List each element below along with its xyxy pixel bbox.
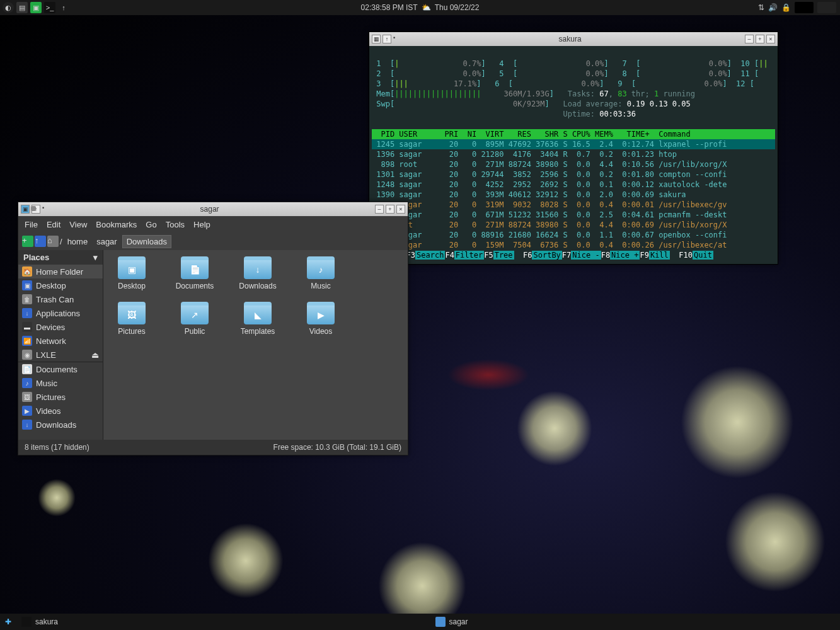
files-launcher-icon[interactable]: ▤ xyxy=(16,2,28,13)
show-desktop-button[interactable]: ✚ xyxy=(0,616,16,628)
status-freespace: Free space: 10.3 GiB (Total: 19.1 GiB) xyxy=(273,443,401,452)
breadcrumb-downloads[interactable]: Downloads xyxy=(122,235,171,248)
file-manager-window: ▣ ↑ • sagar – + × File Edit View Bookmar… xyxy=(18,202,408,455)
folder-templates[interactable]: ◣Templates xyxy=(236,302,280,336)
htop-row[interactable]: 1248 sagar 20 0 4252 2952 2692 S 0.0 0.1… xyxy=(372,180,775,190)
sidebar-item-pictures[interactable]: 🖼Pictures xyxy=(18,390,103,404)
htop-row[interactable]: 898 root 20 0 271M 88724 38980 S 0.0 4.4… xyxy=(372,159,775,169)
folder-downloads[interactable]: ↓Downloads xyxy=(236,256,280,290)
folder-desktop[interactable]: ▣Desktop xyxy=(110,256,154,290)
sidebar-item-videos[interactable]: ▶Videos xyxy=(18,404,103,418)
folder-pictures[interactable]: 🖼Pictures xyxy=(110,302,154,336)
folder-music[interactable]: ♪Music xyxy=(299,256,343,290)
fm-sysmenu-icon[interactable]: ▣ xyxy=(21,205,30,214)
sidebar-item-apps[interactable]: ↓Applications xyxy=(18,306,103,320)
sidebar-item-documents[interactable]: 📄Documents xyxy=(18,362,103,376)
htop-row[interactable]: sagar 20 0 319M 9032 8028 S 0.0 0.4 0:00… xyxy=(372,200,775,210)
folder-icon: ↗ xyxy=(181,302,209,324)
sidebar-item-home[interactable]: 🏠Home Folder xyxy=(18,265,103,278)
folder-icon: ♪ xyxy=(307,256,335,279)
folder-documents[interactable]: 📄Documents xyxy=(173,256,217,290)
htop-row[interactable]: sagar 20 0 671M 51232 31560 S 0.0 2.5 0:… xyxy=(372,210,775,220)
up-dir-icon[interactable]: ↑ xyxy=(35,236,46,247)
lock-icon[interactable]: 🔒 xyxy=(781,3,791,12)
sakura-title: sakura xyxy=(395,35,745,43)
breadcrumb-sagar[interactable]: sagar xyxy=(93,236,121,248)
htop-row[interactable]: 1396 sagar 20 0 21280 4176 3404 R 0.7 0.… xyxy=(372,149,775,159)
menu-go[interactable]: Go xyxy=(146,220,156,229)
minimize-button[interactable]: – xyxy=(375,205,384,214)
tray-box-2[interactable] xyxy=(817,2,836,13)
volume-icon[interactable]: 🔊 xyxy=(768,3,778,12)
editor-launcher-icon[interactable]: ▣ xyxy=(30,2,42,13)
fm-menubar: File Edit View Bookmarks Go Tools Help xyxy=(18,216,408,232)
sidebar-header[interactable]: Places▾ xyxy=(18,250,103,265)
htop-fkeys: 2Setup F3SearchF4FilterF5Tree F6SortByF7… xyxy=(372,250,775,260)
sidebar-item-network[interactable]: 📶Network xyxy=(18,334,103,348)
folder-icon xyxy=(435,617,446,627)
folder-icon: ↓ xyxy=(244,256,272,279)
fm-folder-view[interactable]: ▣Desktop 📄Documents ↓Downloads ♪Music 🖼P… xyxy=(103,250,408,440)
close-button[interactable]: × xyxy=(766,35,775,43)
top-panel: ◐ ▤ ▣ >_ ↑ 02:38:58 PM IST ⛅ Thu 09/22/2… xyxy=(0,0,840,15)
sakura-sysmenu-icon[interactable]: ▦ xyxy=(372,35,381,43)
folder-videos[interactable]: ▶Videos xyxy=(299,302,343,336)
htop-row[interactable]: 1390 sagar 20 0 393M 40612 32912 S 0.0 2… xyxy=(372,190,775,200)
panel-clock[interactable]: 02:38:58 PM IST ⛅ Thu 09/22/22 xyxy=(361,3,480,12)
menu-file[interactable]: File xyxy=(25,220,38,229)
new-tab-icon[interactable]: + xyxy=(22,236,33,247)
bottom-panel: ✚ sakura sagar xyxy=(0,614,840,630)
menu-help[interactable]: Help xyxy=(193,220,210,229)
terminal-output[interactable]: 1 [| 0.7%] 4 [ 0.0%] 7 [ 0.0%] 10 [|| 1.… xyxy=(369,46,778,264)
clock-text: 02:38:58 PM IST xyxy=(361,3,418,12)
htop-row[interactable]: sagar 20 0 159M 7504 6736 S 0.0 0.4 0:00… xyxy=(372,240,775,250)
taskbar-sakura[interactable]: sakura xyxy=(16,615,63,629)
sidebar-item-lxle[interactable]: ◉LXLE⏏ xyxy=(18,348,103,362)
folder-icon: ◣ xyxy=(244,302,272,324)
home-dir-icon[interactable]: ⌂ xyxy=(47,236,59,247)
weather-icon: ⛅ xyxy=(422,3,431,12)
fm-title: sagar xyxy=(44,205,375,214)
folder-icon: ▶ xyxy=(307,302,335,324)
maximize-button[interactable]: + xyxy=(386,205,394,214)
network-icon[interactable]: ⇅ xyxy=(758,3,764,12)
htop-selected-row[interactable]: 1245 sagar 20 0 895M 47692 37636 S 16.5 … xyxy=(372,139,775,149)
breadcrumb-home[interactable]: home xyxy=(64,236,92,248)
chevron-down-icon: ▾ xyxy=(93,253,98,262)
menu-tools[interactable]: Tools xyxy=(166,220,185,229)
menu-edit[interactable]: Edit xyxy=(47,220,60,229)
fm-rollup-icon[interactable]: ↑ xyxy=(32,205,40,214)
folder-icon: 🖼 xyxy=(118,302,146,324)
sakura-rollup-icon[interactable]: ↑ xyxy=(383,35,391,43)
minimize-button[interactable]: – xyxy=(745,35,754,43)
sakura-titlebar[interactable]: ▦ ↑ • sakura – + × xyxy=(369,32,778,46)
date-text: Thu 09/22/22 xyxy=(435,3,480,12)
status-items: 8 items (17 hidden) xyxy=(25,443,89,452)
sidebar-item-trash[interactable]: 🗑Trash Can xyxy=(18,292,103,306)
menu-icon[interactable]: ◐ xyxy=(3,2,14,13)
menu-view[interactable]: View xyxy=(69,220,87,229)
maximize-button[interactable]: + xyxy=(756,35,764,43)
htop-row[interactable]: oot 20 0 271M 88724 38980 S 0.0 4.4 0:00… xyxy=(372,220,775,230)
sidebar-item-desktop[interactable]: ▣Desktop xyxy=(18,278,103,292)
up-icon[interactable]: ↑ xyxy=(58,2,69,13)
fm-titlebar[interactable]: ▣ ↑ • sagar – + × xyxy=(18,202,408,216)
tray-box-1[interactable] xyxy=(795,2,814,13)
menu-bookmarks[interactable]: Bookmarks xyxy=(96,220,137,229)
sidebar-item-music[interactable]: ♪Music xyxy=(18,376,103,390)
fm-statusbar: 8 items (17 hidden) Free space: 10.3 GiB… xyxy=(18,440,408,455)
sidebar-item-devices[interactable]: ▬Devices xyxy=(18,320,103,334)
htop-row[interactable]: sagar 20 0 88916 21680 16624 S 0.0 1.1 0… xyxy=(372,230,775,240)
fm-sidebar: Places▾ 🏠Home Folder ▣Desktop 🗑Trash Can… xyxy=(18,250,103,440)
folder-public[interactable]: ↗Public xyxy=(173,302,217,336)
htop-header: PID USER PRI NI VIRT RES SHR S CPU% MEM%… xyxy=(372,129,775,139)
panel-tray: ⇅ 🔊 🔒 xyxy=(754,1,840,14)
folder-icon: ▣ xyxy=(118,256,146,279)
terminal-launcher-icon[interactable]: >_ xyxy=(44,2,55,13)
close-button[interactable]: × xyxy=(396,205,405,214)
sakura-window: ▦ ↑ • sakura – + × 1 [| 0.7%] 4 [ 0.0%] … xyxy=(369,32,778,265)
htop-row[interactable]: 1301 sagar 20 0 29744 3852 2596 S 0.0 0.… xyxy=(372,169,775,180)
sidebar-item-downloads[interactable]: ↓Downloads xyxy=(18,418,103,432)
fm-toolbar: + ↑ ⌂ / home sagar Downloads xyxy=(18,232,408,250)
taskbar-filemanager[interactable]: sagar xyxy=(430,615,473,629)
